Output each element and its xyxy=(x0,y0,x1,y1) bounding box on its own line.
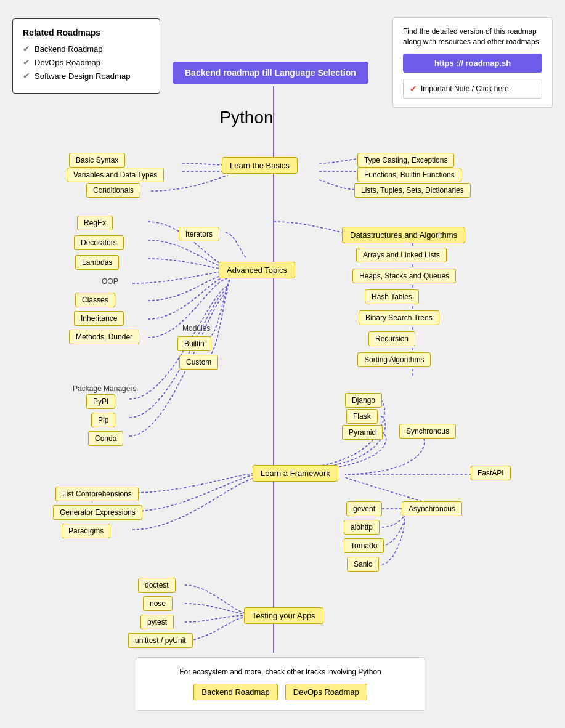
pypi-node: PyPI xyxy=(86,394,115,409)
bst-label: Binary Search Trees xyxy=(365,313,433,322)
oop-label: OOP xyxy=(102,277,118,286)
advanced-topics-label: Advanced Topics xyxy=(227,265,287,275)
related-item-software[interactable]: ✔ Software Design Roadmap xyxy=(23,71,150,81)
ecosystem-devops-label: DevOps Roadmap xyxy=(293,687,359,697)
check-icon-red: ✔ xyxy=(410,84,417,94)
tornado-node: Tornado xyxy=(344,538,384,553)
arrays-label: Arrays and Linked Lists xyxy=(363,251,440,259)
nose-node: nose xyxy=(143,596,173,611)
advanced-topics-box: Advanced Topics xyxy=(219,262,295,278)
paradigms-label: Paradigms xyxy=(68,527,104,535)
sorting-label: Sorting Algorithms xyxy=(364,355,424,364)
type-casting-label: Type Casting, Exceptions xyxy=(364,156,447,164)
sanic-node: Sanic xyxy=(347,557,379,572)
header-box: Backend roadmap till Language Selection xyxy=(173,62,368,84)
header-node: Backend roadmap till Language Selection xyxy=(173,62,368,84)
related-item-backend[interactable]: ✔ Backend Roadmap xyxy=(23,44,150,54)
custom-node: Custom xyxy=(179,355,218,370)
gevent-label: gevent xyxy=(353,504,375,513)
conda-label: Conda xyxy=(95,434,116,443)
doctest-label: doctest xyxy=(145,581,169,589)
ds-box: Datastructures and Algorithms xyxy=(342,227,465,243)
lists-tuples-label: Lists, Tuples, Sets, Dictionaries xyxy=(361,186,464,195)
info-box: Find the detailed version of this roadma… xyxy=(392,17,553,108)
conditionals-node: Conditionals xyxy=(86,183,140,198)
heaps-node: Heaps, Stacks and Queues xyxy=(352,269,456,283)
django-label: Django xyxy=(352,396,375,405)
package-managers-label: Package Managers xyxy=(73,384,136,393)
pip-label: Pip xyxy=(98,416,108,424)
learn-basics-box: Learn the Basics xyxy=(222,157,298,174)
inheritance-node: Inheritance xyxy=(74,311,124,326)
ecosystem-text: For ecosystem and more, check other trac… xyxy=(148,668,412,676)
modules-label: Modules xyxy=(182,324,210,333)
framework-label: Learn a Framework xyxy=(261,469,330,478)
framework-node: Learn a Framework xyxy=(253,465,338,482)
sorting-node: Sorting Algorithms xyxy=(357,352,431,367)
type-casting-node: Type Casting, Exceptions xyxy=(357,153,454,168)
django-node: Django xyxy=(345,393,382,408)
ecosystem-devops-btn[interactable]: DevOps Roadmap xyxy=(285,684,367,700)
heaps-label: Heaps, Stacks and Queues xyxy=(359,272,449,280)
arrays-node: Arrays and Linked Lists xyxy=(356,248,447,262)
testing-node: Testing your Apps xyxy=(244,607,323,624)
related-item-devops-label: DevOps Roadmap xyxy=(35,58,100,67)
testing-label: Testing your Apps xyxy=(252,611,315,620)
header-label: Backend roadmap till Language Selection xyxy=(185,68,356,78)
ds-algorithms-node: Datastructures and Algorithms xyxy=(342,227,465,243)
learn-basics-node: Learn the Basics xyxy=(222,157,298,174)
paradigms-node: Paradigms xyxy=(62,524,110,538)
ecosystem-backend-btn[interactable]: Backend Roadmap xyxy=(193,684,278,700)
bst-node: Binary Search Trees xyxy=(359,310,439,325)
related-item-devops[interactable]: ✔ DevOps Roadmap xyxy=(23,57,150,67)
iterators-label: Iterators xyxy=(185,230,213,238)
pyramid-node: Pyramid xyxy=(342,425,383,440)
asynchronous-label: Asynchronous xyxy=(409,504,455,513)
custom-label: Custom xyxy=(186,358,211,366)
ds-label: Datastructures and Algorithms xyxy=(350,230,457,240)
decorators-node: Decorators xyxy=(74,235,124,250)
methods-node: Methods, Dunder xyxy=(69,330,139,344)
unittest-label: unittest / pyUnit xyxy=(135,636,186,645)
learn-basics-label: Learn the Basics xyxy=(230,161,290,170)
functions-node: Functions, Builtin Functions xyxy=(357,168,461,182)
related-item-backend-label: Backend Roadmap xyxy=(35,44,103,54)
important-note[interactable]: ✔ Important Note / Click here xyxy=(403,79,542,99)
regex-label: RegEx xyxy=(84,219,106,227)
fastapi-label: FastAPI xyxy=(478,469,504,477)
aiohttp-node: aiohttp xyxy=(344,520,380,535)
conditionals-label: Conditionals xyxy=(93,186,134,195)
lambdas-node: Lambdas xyxy=(75,255,119,270)
synchronous-label: Synchronous xyxy=(406,427,449,435)
ecosystem-backend-label: Backend Roadmap xyxy=(201,687,270,697)
pypi-label: PyPI xyxy=(93,397,108,406)
variables-node: Variables and Data Types xyxy=(67,168,164,182)
functions-label: Functions, Builtin Functions xyxy=(364,171,455,179)
ecosystem-buttons: Backend Roadmap DevOps Roadmap xyxy=(148,684,412,700)
testing-box: Testing your Apps xyxy=(244,607,323,624)
check-icon-software: ✔ xyxy=(23,71,30,81)
asynchronous-node: Asynchronous xyxy=(402,501,462,516)
variables-label: Variables and Data Types xyxy=(73,171,157,179)
nose-label: nose xyxy=(150,599,166,608)
builtin-node: Builtin xyxy=(177,336,211,351)
doctest-node: doctest xyxy=(138,578,176,593)
pyramid-label: Pyramid xyxy=(349,428,376,437)
classes-node: Classes xyxy=(75,293,115,307)
recursion-label: Recursion xyxy=(375,334,409,343)
hash-tables-label: Hash Tables xyxy=(372,293,412,301)
advanced-topics-node: Advanced Topics xyxy=(219,262,295,278)
list-comprehensions-node: List Comprehensions xyxy=(55,487,139,501)
flask-label: Flask xyxy=(353,412,371,421)
roadmap-link[interactable]: https :// roadmap.sh xyxy=(403,54,542,73)
info-description: Find the detailed version of this roadma… xyxy=(403,26,542,47)
iterators-node: Iterators xyxy=(179,227,219,241)
classes-label: Classes xyxy=(82,296,108,304)
important-note-text: Important Note / Click here xyxy=(421,84,509,93)
sanic-label: Sanic xyxy=(354,560,372,568)
decorators-label: Decorators xyxy=(81,238,117,247)
pytest-node: pytest xyxy=(140,615,174,629)
unittest-node: unittest / pyUnit xyxy=(128,633,193,648)
basic-syntax-label: Basic Syntax xyxy=(76,156,118,164)
check-icon-devops: ✔ xyxy=(23,57,30,67)
